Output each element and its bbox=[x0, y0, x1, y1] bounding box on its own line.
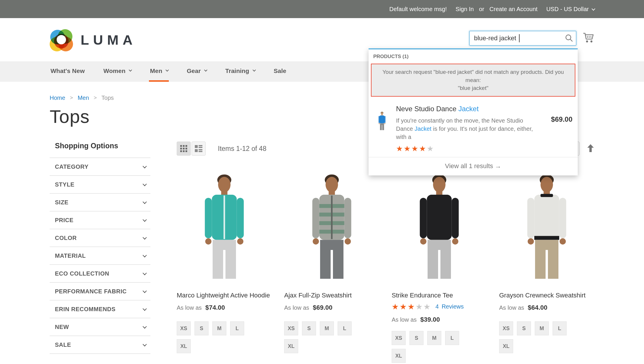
or-text: or bbox=[479, 6, 484, 13]
size-option[interactable]: S bbox=[517, 321, 531, 335]
size-option[interactable]: XL bbox=[177, 339, 191, 353]
reviews-link[interactable]: Reviews bbox=[442, 303, 464, 310]
filter-price[interactable]: PRICE bbox=[50, 211, 150, 229]
product-name-link[interactable]: Grayson Crewneck Sweatshirt bbox=[499, 292, 594, 299]
size-option[interactable]: XL bbox=[392, 349, 406, 363]
size-option[interactable]: M bbox=[535, 321, 549, 335]
size-swatches: XS S M L XL bbox=[284, 321, 369, 353]
breadcrumb-men-link[interactable]: Men bbox=[78, 95, 89, 101]
size-option[interactable]: XL bbox=[284, 339, 298, 353]
star-empty-icons: ★ bbox=[427, 144, 434, 153]
header: LUMA PRODUCTS (1) bbox=[0, 18, 644, 61]
product-card: Ajax Full-Zip Sweatshirt As low as $69.0… bbox=[284, 169, 379, 363]
nav-item-training[interactable]: Training bbox=[224, 61, 256, 82]
search-input[interactable] bbox=[469, 31, 576, 46]
size-option[interactable]: M bbox=[212, 321, 226, 335]
chevron-down-icon bbox=[143, 182, 147, 186]
size-option[interactable]: L bbox=[230, 321, 244, 335]
product-name-link[interactable]: Ajax Full-Zip Sweatshirt bbox=[284, 292, 379, 299]
view-all-results-link[interactable]: View all 1 results → bbox=[445, 162, 501, 170]
size-option[interactable]: XS bbox=[392, 331, 406, 345]
size-option[interactable]: S bbox=[195, 321, 209, 335]
chevron-down-icon bbox=[129, 68, 132, 71]
filter-sale[interactable]: SALE bbox=[50, 336, 150, 354]
product-photo bbox=[393, 169, 486, 286]
filter-material[interactable]: MATERIAL bbox=[50, 247, 150, 265]
chevron-down-icon bbox=[204, 68, 207, 71]
filter-erin-recommends[interactable]: ERIN RECOMMENDS bbox=[50, 300, 150, 318]
highlighted-term: Jacket bbox=[458, 105, 478, 113]
filter-size[interactable]: SIZE bbox=[50, 194, 150, 211]
list-view-button[interactable] bbox=[192, 142, 206, 156]
store-logo[interactable]: LUMA bbox=[50, 28, 137, 51]
search-submit-button[interactable] bbox=[563, 33, 574, 43]
text-cursor bbox=[519, 34, 520, 42]
breadcrumb-current: Tops bbox=[101, 95, 114, 101]
chevron-down-icon bbox=[143, 218, 147, 222]
logo-text: LUMA bbox=[81, 32, 137, 48]
size-option[interactable]: XS bbox=[284, 321, 298, 335]
review-count-link[interactable]: 4 bbox=[435, 303, 439, 310]
product-price: $69.00 bbox=[313, 304, 332, 311]
size-option[interactable]: L bbox=[338, 321, 352, 335]
price-row: As low as $69.00 bbox=[284, 304, 379, 311]
breadcrumb-home-link[interactable]: Home bbox=[50, 95, 65, 101]
view-all-row: View all 1 results → bbox=[369, 157, 578, 175]
grid-view-button[interactable] bbox=[177, 142, 191, 156]
size-swatches: XS S M L XL bbox=[392, 331, 476, 363]
create-account-link[interactable]: Create an Account bbox=[489, 6, 538, 13]
arrow-up-icon bbox=[587, 144, 594, 153]
search-result-item[interactable]: Neve Studio Dance Jacket If you're const… bbox=[369, 100, 578, 157]
product-image-link[interactable] bbox=[177, 169, 272, 286]
filter-new[interactable]: NEW bbox=[50, 318, 150, 336]
size-option[interactable]: S bbox=[409, 331, 423, 345]
product-rating: ★★★★★ 4 Reviews bbox=[392, 302, 487, 311]
result-title: Neve Studio Dance Jacket bbox=[396, 105, 545, 113]
nav-item-sale[interactable]: Sale bbox=[273, 61, 287, 82]
nav-item-gear[interactable]: Gear bbox=[186, 61, 207, 82]
result-price: $69.00 bbox=[545, 115, 572, 153]
product-image-link[interactable] bbox=[499, 169, 594, 286]
nav-item-whats-new[interactable]: What's New bbox=[50, 61, 86, 82]
star-filled-icons: ★★★ bbox=[392, 302, 416, 311]
product-name-link[interactable]: Strike Endurance Tee bbox=[392, 292, 487, 299]
chevron-down-icon bbox=[143, 200, 147, 204]
chevron-down-icon bbox=[143, 236, 147, 240]
product-card: Grayson Crewneck Sweatshirt As low as $6… bbox=[499, 169, 594, 363]
product-image-link[interactable] bbox=[284, 169, 379, 286]
size-option[interactable]: M bbox=[320, 321, 334, 335]
product-price: $39.00 bbox=[420, 316, 440, 323]
size-option[interactable]: L bbox=[445, 331, 459, 345]
chevron-down-icon bbox=[143, 164, 147, 168]
sort-direction-button[interactable] bbox=[587, 144, 594, 154]
list-view-icon bbox=[195, 145, 203, 152]
product-name-link[interactable]: Marco Lightweight Active Hoodie bbox=[177, 292, 272, 299]
product-image-link[interactable] bbox=[392, 169, 487, 286]
size-option[interactable]: XS bbox=[177, 321, 191, 335]
result-rating: ★★★★★ bbox=[396, 144, 545, 153]
size-option[interactable]: L bbox=[553, 321, 567, 335]
chevron-down-icon bbox=[166, 68, 169, 71]
size-option[interactable]: XS bbox=[499, 321, 513, 335]
items-count: Items 1-12 of 48 bbox=[218, 145, 266, 153]
filter-color[interactable]: COLOR bbox=[50, 229, 150, 247]
currency-switcher[interactable]: USD - US Dollar bbox=[546, 6, 594, 13]
chevron-down-icon bbox=[592, 7, 596, 11]
nav-item-men[interactable]: Men bbox=[149, 61, 169, 82]
layered-navigation-sidebar: Shopping Options CATEGORY STYLE SIZE PRI… bbox=[50, 142, 150, 363]
product-card: Strike Endurance Tee ★★★★★ 4 Reviews As … bbox=[392, 169, 487, 363]
price-row: As low as $64.00 bbox=[499, 304, 594, 311]
chevron-down-icon bbox=[143, 271, 147, 275]
filter-style[interactable]: STYLE bbox=[50, 176, 150, 194]
size-option[interactable]: XL bbox=[499, 339, 513, 353]
minicart-button[interactable] bbox=[582, 32, 594, 45]
size-option[interactable]: S bbox=[302, 321, 316, 335]
nav-item-women[interactable]: Women bbox=[103, 61, 132, 82]
search-autocomplete-panel: PRODUCTS (1) Your search request "blue-r… bbox=[369, 48, 578, 175]
filter-performance-fabric[interactable]: PERFORMANCE FABRIC bbox=[50, 283, 150, 300]
product-photo bbox=[178, 169, 271, 286]
filter-category[interactable]: CATEGORY bbox=[50, 158, 150, 176]
sign-in-link[interactable]: Sign In bbox=[456, 6, 474, 13]
filter-eco-collection[interactable]: ECO COLLECTION bbox=[50, 265, 150, 283]
size-option[interactable]: M bbox=[427, 331, 441, 345]
